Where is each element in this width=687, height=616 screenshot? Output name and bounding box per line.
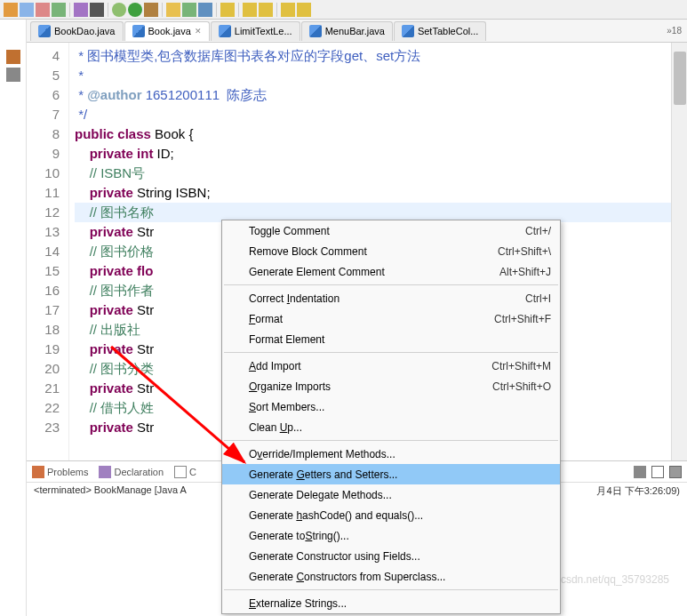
tab-label: SetTableCol... — [418, 26, 478, 36]
run-icon[interactable] — [128, 3, 142, 17]
tab-label: Book.java — [148, 26, 191, 36]
toolbar-icon[interactable] — [36, 3, 50, 17]
code-line[interactable]: // ISBN号 — [75, 164, 687, 183]
line-number: 4 — [27, 46, 60, 66]
toolbar-icon[interactable] — [4, 3, 18, 17]
search-icon[interactable] — [220, 3, 235, 17]
remove-all-icon[interactable] — [669, 466, 682, 478]
line-number: 12 — [27, 203, 60, 222]
menu-item[interactable]: Add ImportCtrl+Shift+M — [222, 356, 560, 376]
toolbar-icon[interactable] — [52, 3, 66, 17]
toolbar-icon[interactable] — [90, 3, 104, 17]
scroll-thumb[interactable] — [674, 52, 686, 105]
code-line[interactable]: * @author 1651200111 陈彦志 — [75, 85, 687, 105]
code-line[interactable]: private String ISBN; — [75, 183, 687, 203]
menu-item[interactable]: Generate Element CommentAlt+Shift+J — [222, 261, 560, 282]
line-number: 7 — [27, 105, 60, 124]
menu-item[interactable]: Clean Up... — [222, 417, 560, 437]
line-number: 14 — [27, 242, 60, 261]
line-number: 8 — [27, 124, 60, 144]
menu-item-label: Correct Indentation — [249, 292, 340, 305]
menu-item[interactable]: Generate Delegate Methods... — [222, 484, 560, 505]
code-line[interactable]: */ — [75, 105, 687, 124]
tab-label: LimitTextLe... — [235, 26, 292, 36]
toolbar-icon[interactable] — [74, 3, 88, 17]
menu-item-label: Generate Element Comment — [249, 266, 385, 278]
toolbar-icon[interactable] — [166, 3, 180, 17]
line-number: 10 — [27, 164, 60, 183]
menu-separator — [224, 352, 558, 353]
menu-item-label: Generate Constructors from Superclass... — [249, 571, 445, 583]
editor-tab[interactable]: SetTableCol... — [394, 21, 486, 41]
forward-icon[interactable] — [297, 3, 311, 17]
remove-icon[interactable] — [651, 466, 664, 478]
outline-icon[interactable] — [6, 50, 20, 64]
back-icon[interactable] — [281, 3, 295, 17]
code-line[interactable]: public class Book { — [75, 124, 687, 144]
java-file-icon — [309, 25, 322, 37]
toolbar-icon[interactable] — [144, 3, 158, 17]
menu-item-label: Clean Up... — [249, 421, 302, 434]
line-number: 9 — [27, 144, 60, 164]
menu-item-label: Sort Members... — [249, 401, 324, 413]
menu-shortcut: Ctrl+Shift+M — [491, 360, 551, 372]
editor-tab[interactable]: MenuBar.java — [301, 21, 393, 41]
menu-item[interactable]: Generate hashCode() and equals()... — [222, 505, 560, 525]
line-number: 21 — [27, 379, 60, 398]
left-gutter — [0, 20, 27, 616]
menu-shortcut: Ctrl+/ — [525, 225, 551, 237]
menu-item[interactable]: FormatCtrl+Shift+F — [222, 308, 560, 329]
line-number: 13 — [27, 222, 60, 242]
declaration-tab[interactable]: Declaration — [99, 466, 164, 478]
line-number: 22 — [27, 398, 60, 418]
menu-item-label: Format Element — [249, 333, 324, 346]
debug-icon[interactable] — [112, 3, 126, 17]
toolbar-icon[interactable] — [198, 3, 212, 17]
menu-item[interactable]: Organize ImportsCtrl+Shift+O — [222, 376, 560, 396]
menu-item[interactable]: Generate Getters and Setters... — [222, 464, 560, 484]
menu-separator — [224, 284, 558, 285]
menu-item[interactable]: Externalize Strings... — [222, 593, 560, 613]
toolbar-icon[interactable] — [182, 3, 196, 17]
code-line[interactable]: * 图书模型类,包含数据库图书表各对应的字段get、set方法 — [75, 46, 687, 66]
toolbar-icon[interactable] — [20, 3, 34, 17]
menu-item[interactable]: Generate Constructor using Fields... — [222, 546, 560, 566]
problems-tab[interactable]: Problems — [32, 466, 88, 478]
menu-shortcut: Ctrl+Shift+O — [492, 380, 551, 393]
toolbar-icon[interactable] — [243, 3, 257, 17]
line-number: 17 — [27, 300, 60, 320]
line-number: 18 — [27, 320, 60, 340]
menu-item[interactable]: Remove Block CommentCtrl+Shift+\ — [222, 241, 560, 261]
java-file-icon — [219, 25, 231, 37]
tab-label: MenuBar.java — [325, 26, 385, 36]
menu-item[interactable]: Correct IndentationCtrl+I — [222, 288, 560, 308]
arrow-icon[interactable] — [6, 68, 20, 82]
close-tab-icon[interactable]: ✕ — [195, 27, 202, 36]
menu-item[interactable]: Format Element — [222, 329, 560, 349]
editor-tab[interactable]: BookDao.java — [30, 21, 124, 41]
java-file-icon — [132, 25, 145, 37]
line-number-gutter: 4567891011121314151617181920212223 — [27, 43, 69, 460]
menu-item[interactable]: Generate toString()... — [222, 525, 560, 546]
code-line[interactable]: private int ID; — [75, 144, 687, 164]
pin-icon[interactable] — [634, 466, 646, 478]
vertical-scrollbar[interactable] — [671, 43, 687, 460]
menu-item-label: Toggle Comment — [249, 225, 330, 237]
menu-item[interactable]: Generate Constructors from Superclass... — [222, 566, 560, 587]
console-tab[interactable]: C — [174, 466, 196, 478]
java-file-icon — [38, 25, 51, 37]
editor-tab[interactable]: LimitTextLe... — [211, 21, 300, 41]
toolbar-icon[interactable] — [259, 3, 273, 17]
menu-item-label: Generate Getters and Setters... — [249, 468, 397, 481]
menu-item[interactable]: Toggle CommentCtrl+/ — [222, 220, 560, 241]
editor-tab[interactable]: Book.java✕ — [124, 21, 210, 41]
menu-item[interactable]: Override/Implement Methods... — [222, 444, 560, 464]
line-number: 6 — [27, 85, 60, 105]
menu-item-label: Remove Block Comment — [249, 245, 367, 258]
editor-tabs: BookDao.javaBook.java✕LimitTextLe...Menu… — [27, 20, 687, 43]
menu-shortcut: Ctrl+I — [525, 292, 551, 305]
code-line[interactable]: * — [75, 66, 687, 85]
menu-item[interactable]: Sort Members... — [222, 396, 560, 417]
tabs-overflow[interactable]: »18 — [667, 26, 682, 36]
tab-label: BookDao.java — [54, 26, 116, 36]
